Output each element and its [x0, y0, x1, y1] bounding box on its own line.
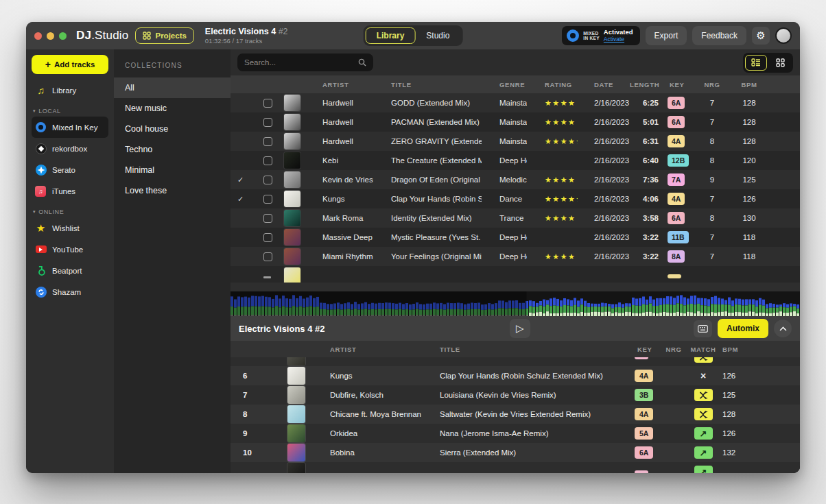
rating-stars[interactable]: ★★★★	[527, 252, 578, 261]
sidebar-item-itunes[interactable]: ♫ iTunes	[32, 180, 108, 202]
table-row[interactable]: Hardwell PACMAN (Extended Mix) Mainstage…	[231, 112, 800, 132]
collection-item-minimal[interactable]: Minimal	[114, 160, 231, 180]
match-badge[interactable]: ↗	[694, 427, 713, 440]
sidebar-item-youtube[interactable]: YouTube	[32, 239, 108, 260]
row-checkbox[interactable]	[263, 137, 272, 146]
projects-button[interactable]: Projects	[135, 27, 193, 44]
mixed-in-key-badge[interactable]: MIXEDIN KEY Activated Activate	[562, 26, 639, 46]
sidebar-item-serato[interactable]: Serato	[32, 159, 108, 180]
key-badge: 5A	[635, 427, 653, 440]
table-row[interactable]: Miami Rhythm Your Feelings (Original Mix…	[231, 247, 800, 266]
column-header-date[interactable]: DATE	[578, 81, 630, 88]
match-badge[interactable]: ×	[694, 370, 713, 382]
sidebar-item-beatport[interactable]: Beatport	[32, 260, 108, 281]
settings-button[interactable]: ⚙	[752, 27, 770, 45]
feedback-button[interactable]: Feedback	[692, 26, 746, 45]
match-badge[interactable]: ↗	[694, 466, 713, 473]
row-checkbox[interactable]	[263, 276, 271, 278]
table-row[interactable]: Hardwell ZERO GRAVITY (Extended M... Mai…	[231, 132, 800, 151]
rating-stars[interactable]: ★★★★	[527, 118, 578, 127]
rating-stars[interactable]: ★★★★	[527, 99, 578, 108]
row-checkbox[interactable]	[263, 176, 272, 184]
automix-button[interactable]: Automix	[718, 319, 768, 338]
tab-library[interactable]: Library	[366, 27, 416, 44]
table-row[interactable]: ✓ Kungs Clap Your Hands (Robin Sch... Da…	[231, 189, 800, 208]
match-badge[interactable]	[694, 357, 713, 363]
column-header-artist[interactable]: ARTIST	[305, 81, 373, 88]
column-header-artist[interactable]: ARTIST	[322, 346, 432, 353]
shortcuts-button[interactable]	[694, 320, 712, 337]
playlist-row[interactable]: 8 Chicane ft. Moya Brennan Saltwater (Ke…	[231, 405, 800, 424]
column-header-length[interactable]: LENGTH	[630, 81, 664, 88]
row-checkbox[interactable]	[263, 214, 272, 223]
sidebar-item-shazam[interactable]: Shazam	[32, 281, 108, 302]
column-header-bpm[interactable]: BPM	[729, 81, 770, 88]
sidebar-item-library[interactable]: ♫ Library	[32, 80, 108, 101]
grid-view-button[interactable]	[769, 55, 791, 71]
date-cell: 2/16/2023	[578, 233, 630, 241]
match-badge[interactable]	[694, 408, 713, 420]
column-header-title[interactable]: TITLE	[373, 81, 482, 88]
table-row[interactable]: Mark Roma Identity (Extended Mix) Trance…	[231, 208, 800, 228]
column-header-nrg[interactable]: NRG	[696, 81, 729, 88]
row-checkbox[interactable]	[263, 118, 272, 127]
row-checkbox[interactable]	[263, 252, 272, 261]
collection-item-all[interactable]: All	[114, 77, 231, 98]
row-checkbox[interactable]	[263, 233, 272, 242]
match-badge[interactable]	[694, 389, 713, 401]
column-header-title[interactable]: TITLE	[432, 346, 635, 353]
list-view-button[interactable]	[745, 55, 767, 71]
mik-activate-link[interactable]: Activate	[604, 36, 633, 43]
rating-stars[interactable]: ★★★★★	[527, 195, 578, 204]
column-header-genre[interactable]: GENRE	[482, 81, 527, 88]
playlist-row[interactable]: 10 Bobina Sierra (Extended Mix) 6A ↗ 132	[231, 443, 800, 462]
library-table-header: ARTIST TITLE GENRE RATING DATE LENGTH KE…	[231, 75, 800, 93]
collection-item-techno[interactable]: Techno	[114, 139, 231, 160]
search-box[interactable]	[237, 53, 373, 71]
add-tracks-button[interactable]: + Add tracks	[32, 55, 108, 74]
playlist-row[interactable]: 7 Dubfire, Kolsch Louisiana (Kevin de Vr…	[231, 385, 800, 405]
sidebar-section-local[interactable]: ▾ LOCAL	[32, 101, 108, 117]
playlist-row[interactable]: ↗	[231, 462, 800, 473]
maximize-window-button[interactable]	[59, 32, 67, 40]
sidebar-item-wishlist[interactable]: ★ Wishlist	[32, 217, 108, 239]
table-row[interactable]	[231, 266, 800, 283]
table-row[interactable]: Kebi The Creature (Extended Mix) Deep Ho…	[231, 151, 800, 170]
match-badge[interactable]: ↗	[694, 446, 713, 459]
column-header-rating[interactable]: RATING	[527, 81, 578, 88]
waveform[interactable]	[231, 291, 800, 316]
playlist-row[interactable]: 9 Orkidea Nana (Jerome Isma-Ae Remix) 5A…	[231, 424, 800, 443]
sidebar-section-online[interactable]: ▾ ONLINE	[32, 202, 108, 217]
search-input[interactable]	[244, 58, 354, 67]
column-header-match[interactable]: MATCH	[685, 346, 721, 353]
sidebar-item-mixed-in-key[interactable]: Mixed In Key	[32, 117, 108, 138]
row-checkbox[interactable]	[263, 99, 272, 108]
column-header-key[interactable]: KEY	[664, 81, 696, 88]
play-button[interactable]: ▷	[510, 319, 530, 338]
column-header-key[interactable]: KEY	[635, 346, 662, 353]
rating-stars[interactable]: ★★★★	[527, 176, 578, 184]
collection-item-love-these[interactable]: Love these	[114, 180, 231, 201]
row-checkbox[interactable]	[263, 156, 272, 165]
date-cell: 2/16/2023	[578, 195, 630, 203]
table-row[interactable]: Massive Deep Mystic Pleasure (Yves St. C…	[231, 228, 800, 247]
row-checkbox[interactable]	[263, 195, 272, 204]
export-button[interactable]: Export	[646, 26, 687, 45]
column-header-bpm[interactable]: BPM	[721, 346, 753, 353]
playlist-row[interactable]: 6 Kungs Clap Your Hands (Robin Schulz Ex…	[231, 366, 800, 385]
tab-studio[interactable]: Studio	[415, 27, 460, 44]
user-avatar[interactable]	[775, 27, 792, 44]
table-row[interactable]: ✓ Kevin de Vries Dragon Of Eden (Origina…	[231, 170, 800, 189]
close-window-button[interactable]	[34, 32, 42, 40]
title-cell: The Creature (Extended Mix)	[373, 156, 482, 165]
sidebar-item-rekordbox[interactable]: rekordbox	[32, 138, 108, 159]
collection-item-new-music[interactable]: New music	[114, 98, 231, 119]
rating-stars[interactable]: ★★★★	[527, 214, 578, 223]
table-row[interactable]: Hardwell GODD (Extended Mix) Mainstage ★…	[231, 93, 800, 112]
minimize-window-button[interactable]	[47, 32, 54, 40]
collection-item-cool-house[interactable]: Cool house	[114, 119, 231, 139]
column-header-nrg[interactable]: NRG	[662, 346, 685, 353]
collapse-panel-button[interactable]	[774, 320, 792, 337]
rating-stars[interactable]: ★★★★★	[527, 137, 578, 146]
playlist-row[interactable]	[231, 357, 800, 366]
